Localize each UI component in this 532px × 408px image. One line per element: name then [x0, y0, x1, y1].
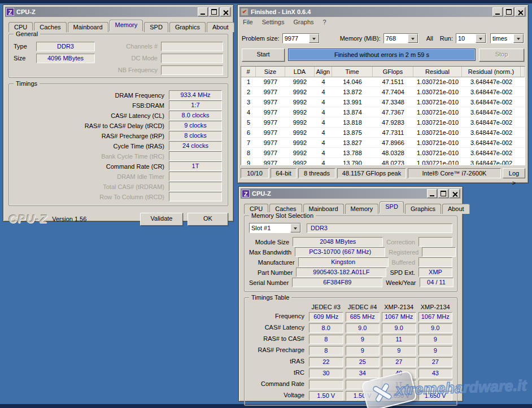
spd-field-row: ManufacturerKingstonBuffered — [249, 258, 452, 266]
timing-value: 8.0 clocks — [169, 111, 222, 120]
menu-item-help[interactable]: ? — [323, 19, 326, 28]
spd-left-label: Max Bandwidth — [249, 249, 291, 256]
table-cell: 47.1511 — [373, 78, 413, 85]
cpuz-memory-tab-mainboard[interactable]: Mainboard — [68, 22, 108, 32]
minimize-button[interactable] — [198, 7, 208, 16]
cpuz-memory-tabbar: CPUCachesMainboardMemorySPDGraphicsAbout — [5, 17, 232, 32]
channels-value — [161, 42, 223, 51]
table-cell: 9977 — [256, 160, 285, 166]
timing-label: FSB:DRAM — [15, 102, 164, 109]
spd-right-value: 04 / 11 — [420, 278, 453, 287]
spd-field-row: Part Number9905403-182.A01LFSPD Ext.XMP — [249, 268, 452, 277]
timings-table-group: Timings Table JEDEC #3JEDEC #4XMP-2134XM… — [244, 297, 457, 406]
cpuz-memory-tab-memory[interactable]: Memory — [110, 20, 143, 31]
cpuz-spd-tab-memory[interactable]: Memory — [345, 204, 379, 214]
table-row[interactable]: 899779992413.78848.03281.030721e-0103.64… — [241, 148, 525, 158]
table-cell: 9977 — [256, 150, 285, 156]
start-button[interactable]: Start — [242, 49, 285, 62]
run-select[interactable]: 10 — [456, 33, 486, 43]
timing-value — [169, 172, 222, 181]
table-row[interactable]: 399779992413.99147.33481.030721e-0103.64… — [241, 97, 525, 107]
column-header — [521, 67, 525, 77]
spd-field-row: Max BandwidthPC3-10700 (667 MHz)Register… — [249, 248, 452, 256]
linx-controls: Problem size: 9977 Memory (MiB): 768 All… — [239, 29, 526, 46]
minimize-icon — [200, 14, 205, 15]
maximize-button[interactable] — [504, 7, 514, 16]
validate-button[interactable]: Validate — [140, 213, 183, 226]
table-cell: 9992 — [285, 89, 315, 95]
chevron-down-icon[interactable] — [476, 34, 486, 43]
log-button[interactable]: Log > — [503, 168, 525, 178]
table-row[interactable]: 999779992413.79048.02731.030721e-0103.64… — [241, 158, 525, 165]
table-row[interactable]: 699779992413.87547.73111.030721e-0103.64… — [241, 128, 525, 138]
table-cell: 3.648447e-002 — [462, 129, 521, 136]
menu-item-file[interactable]: File — [243, 19, 253, 28]
spd-grid-cell: 8 — [309, 335, 343, 344]
linx-app-icon: ✔ — [241, 8, 248, 16]
table-cell: 9992 — [285, 150, 315, 156]
timing-label: Cycle Time (tRAS) — [15, 143, 164, 150]
cpuz-spd-tab-about[interactable]: About — [442, 204, 470, 214]
spd-left-value: Kingston — [298, 257, 389, 267]
cpuz-memory-tab-spd[interactable]: SPD — [144, 22, 168, 32]
minimize-button[interactable] — [427, 189, 437, 198]
slot-select[interactable]: Slot #1 — [249, 223, 301, 233]
menu-item-graphs[interactable]: Graphs — [293, 19, 313, 28]
table-cell: 13.874 — [332, 109, 373, 116]
chevron-down-icon[interactable] — [290, 223, 300, 232]
type-value: DDR3 — [36, 42, 95, 51]
maximize-button[interactable] — [438, 189, 448, 198]
status-panel: Intel® Core™ i7-2600K — [408, 168, 501, 178]
maximize-button[interactable] — [209, 7, 219, 16]
table-row[interactable]: 199779992414.04647.15111.030721e-0103.64… — [241, 77, 525, 87]
cpuz-memory-titlebar[interactable]: Z CPU-Z — [5, 7, 232, 17]
cpuz-memory-tab-graphics[interactable]: Graphics — [169, 22, 206, 32]
times-select[interactable]: times — [490, 33, 524, 43]
close-button[interactable] — [515, 7, 525, 16]
timing-row: Bank Cycle Time (tRC) — [15, 152, 222, 160]
timing-value: 24 clocks — [169, 141, 222, 151]
table-row[interactable]: 799779992413.82747.89661.030721e-0103.64… — [241, 138, 525, 148]
close-icon — [452, 191, 457, 196]
spd-grid-cell — [309, 380, 343, 389]
spd-left-label: Serial Number — [249, 279, 289, 286]
table-cell: 3 — [241, 99, 256, 106]
spd-grid-row-label: RAS# to CAS# — [249, 335, 307, 344]
desktop-top-strip — [0, 0, 532, 3]
close-button[interactable] — [220, 7, 230, 16]
size-label: Size — [14, 55, 33, 62]
nb-frequency-value — [161, 65, 223, 75]
spd-grid-cell: 9 — [382, 346, 416, 356]
table-cell: 9992 — [285, 99, 315, 106]
linx-titlebar[interactable]: ✔ Finished - LinX 0.6.4 — [239, 7, 526, 17]
spd-grid-cell: 27 — [382, 357, 416, 367]
table-cell: 3.648447e-002 — [462, 109, 521, 116]
chevron-down-icon[interactable] — [408, 34, 418, 43]
timing-label: DRAM Idle Timer — [15, 173, 164, 180]
stop-button[interactable]: Stop — [479, 49, 524, 62]
memory-select[interactable]: 768 — [383, 33, 418, 43]
menu-item-settings[interactable]: Settings — [262, 19, 285, 28]
table-row[interactable]: 599779992413.81847.92831.030721e-0103.64… — [241, 117, 525, 128]
spd-grid-cell: 1.50 V — [309, 391, 343, 401]
chevron-down-icon[interactable] — [309, 34, 319, 43]
cpuz-memory-tab-about[interactable]: About — [207, 22, 234, 32]
table-row[interactable]: 499779992413.87447.73671.030721e-0103.64… — [241, 107, 525, 117]
column-header: LDA — [285, 67, 315, 77]
table-row[interactable]: 299779992413.87247.74041.030721e-0103.64… — [241, 87, 525, 97]
cpuz-spd-tab-graphics[interactable]: Graphics — [405, 204, 441, 214]
table-cell: 4 — [315, 99, 332, 106]
problem-size-select[interactable]: 9977 — [282, 33, 320, 43]
table-cell: 9992 — [285, 160, 315, 166]
chevron-down-icon[interactable] — [513, 34, 524, 43]
spd-grid-column-header: XMP-2134 — [382, 304, 416, 310]
dc-mode-label: DC Mode — [110, 55, 158, 62]
ok-button[interactable]: OK — [187, 213, 228, 226]
cpuz-spd-tab-spd[interactable]: SPD — [380, 201, 404, 213]
spd-grid-corner — [249, 304, 307, 310]
table-cell: 9992 — [285, 109, 315, 116]
cpuz-memory-footer: CPU-Z Version 1.56 Validate OK — [5, 209, 232, 228]
cpuz-spd-titlebar[interactable]: Z CPU-Z — [241, 188, 461, 199]
minimize-button[interactable] — [492, 7, 503, 16]
close-button[interactable] — [450, 189, 460, 198]
